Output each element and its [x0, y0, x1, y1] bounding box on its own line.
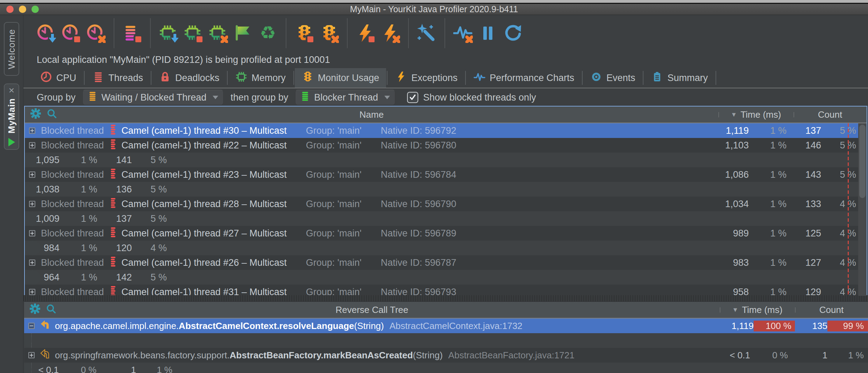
threads-stop-button[interactable]	[122, 23, 142, 43]
close-icon[interactable]: ×	[9, 87, 14, 94]
expand-plus-icon[interactable]	[29, 127, 35, 134]
pause-button[interactable]	[478, 23, 498, 43]
minimize-window-button[interactable]	[19, 6, 26, 13]
tab-memory[interactable]: Memory	[228, 68, 293, 88]
count-percent: 4 %	[821, 257, 858, 268]
count-value: 129	[794, 287, 821, 296]
pulse-clear-button[interactable]	[453, 23, 473, 43]
checkbox-check-icon[interactable]	[407, 92, 418, 103]
time-percent: 0 %	[59, 365, 104, 373]
count-value: 125	[794, 228, 821, 239]
thread-kind: Blocked thread	[41, 257, 104, 268]
expand-plus-icon[interactable]	[29, 142, 35, 148]
clock-clear-button[interactable]	[86, 23, 106, 43]
gc-button[interactable]: ♻	[258, 23, 278, 43]
count-value: 141	[104, 155, 132, 166]
expand-plus-icon[interactable]	[29, 230, 35, 236]
traffic-clear-button[interactable]	[319, 23, 339, 43]
blocked-threads-panel: Name ▼Time (ms) Count Blocked thread Cam…	[24, 106, 867, 297]
scrollbar-thumb[interactable]	[859, 125, 866, 198]
column-header-time[interactable]: ▼Time (ms)	[718, 109, 794, 120]
panel-splitter[interactable]	[23, 295, 868, 301]
thread-row[interactable]: Blocked thread Camel (camel-1) thread #2…	[25, 182, 41, 197]
thread-row[interactable]: Blocked thread Camel (camel-1) thread #2…	[25, 211, 41, 226]
expand-plus-icon[interactable]	[29, 171, 35, 178]
close-window-button[interactable]	[6, 6, 14, 13]
thread-row[interactable]: Blocked thread Camel (camel-1) thread #2…	[25, 167, 867, 182]
thread-row[interactable]: Blocked thread Camel (camel-1) thread #2…	[25, 138, 867, 153]
tab-summary[interactable]: Summary	[644, 68, 715, 88]
tab-exceptions[interactable]: Exceptions	[388, 68, 464, 88]
tab-cpu[interactable]: CPU	[33, 68, 83, 88]
toolbar-separator	[150, 18, 151, 48]
bolt-stop-button[interactable]	[355, 23, 376, 43]
clipboard-icon	[651, 71, 663, 85]
search-icon[interactable]	[46, 303, 56, 316]
thread-row[interactable]: Blocked thread Camel (camel-1) thread #1…	[25, 270, 41, 285]
zoom-window-button[interactable]	[31, 6, 39, 13]
search-icon[interactable]	[47, 108, 57, 121]
expand-plus-icon[interactable]	[28, 352, 35, 358]
thread-name: Camel (camel-1) thread #26 – Multicast	[121, 257, 287, 268]
column-header-count[interactable]: Count	[794, 109, 867, 120]
thread-group: Group: 'main'	[306, 169, 362, 180]
tab-label: Monitor Usage	[318, 73, 379, 83]
call-tree-row[interactable]: org.springframework.beans.factory.suppor…	[24, 363, 31, 373]
clock-stop-button[interactable]	[61, 23, 81, 43]
count-value: 142	[104, 272, 132, 283]
expand-plus-icon[interactable]	[29, 289, 35, 295]
call-tree-row[interactable]: org.springframework.beans.factory.suppor…	[24, 348, 868, 363]
chip-clear-button[interactable]	[208, 23, 228, 43]
group-by-dropdown[interactable]: Waiting / Blocked Thread	[83, 90, 223, 105]
wand-button[interactable]	[417, 23, 437, 43]
time-percent: 100 %	[754, 321, 795, 331]
traffic-stop-button[interactable]	[294, 23, 314, 43]
chip-start-button[interactable]	[158, 23, 179, 43]
expand-plus-icon[interactable]	[29, 259, 35, 266]
flag-button[interactable]	[233, 23, 253, 43]
thread-bars-icon	[109, 227, 121, 240]
yourkit-window: MyMain - YourKit Java Profiler 2020.9-b4…	[0, 0, 868, 373]
chip-stop-button[interactable]	[183, 23, 204, 43]
rail-tab-welcome[interactable]: Welcome	[4, 22, 19, 76]
group-bar: Group by Waiting / Blocked Thread then g…	[23, 88, 868, 107]
count-percent: 4 %	[132, 243, 169, 254]
view-tabs: CPUThreadsDeadlocksMemoryMonitor UsageEx…	[23, 68, 868, 88]
thread-native-id: Native ID: 596784	[381, 169, 456, 180]
vertical-scrollbar[interactable]	[858, 123, 867, 296]
tab-deadlocks[interactable]: Deadlocks	[152, 68, 226, 88]
then-group-by-dropdown[interactable]: Blocker Thread	[295, 90, 395, 105]
count-value: 133	[794, 199, 821, 210]
thread-row[interactable]: Blocked thread Camel (camel-1) thread #2…	[25, 255, 867, 270]
clock-start-button[interactable]	[36, 23, 56, 43]
settings-gear-icon[interactable]	[30, 108, 41, 121]
call-tree-row[interactable]: org.apache.camel.impl.engine.AbstractCam…	[24, 319, 868, 333]
tab-events[interactable]: Events	[583, 68, 642, 88]
titlebar[interactable]: MyMain - YourKit Java Profiler 2020.9-b4…	[0, 4, 868, 15]
call-tree-row[interactable]: org.apache.camel.support.builder.Express…	[24, 333, 31, 348]
source-location: AbstractCamelContext.java:1732	[390, 321, 522, 331]
call-tree-header: Reverse Call Tree ▼Time (ms) Count	[24, 302, 868, 319]
thread-row[interactable]: Blocked thread Camel (camel-1) thread #2…	[25, 197, 867, 211]
show-blocked-threads-checkbox[interactable]: Show blocked threads only	[407, 92, 536, 103]
thread-bars-icon	[109, 124, 121, 137]
thread-row[interactable]: Blocked thread Camel (camel-1) thread #2…	[25, 241, 41, 255]
expand-plus-icon[interactable]	[29, 201, 35, 207]
column-header-name[interactable]: Name	[25, 109, 718, 120]
column-header-time[interactable]: ▼Time (ms)	[720, 305, 795, 315]
tab-performance-charts[interactable]: Performance Charts	[467, 68, 581, 88]
bolt-clear-button[interactable]	[380, 23, 400, 43]
thread-row[interactable]: Blocked thread Camel (camel-1) thread #2…	[25, 153, 41, 167]
column-header-count[interactable]: Count	[795, 305, 868, 315]
thread-row[interactable]: Blocked thread Camel (camel-1) thread #2…	[25, 226, 867, 241]
rail-tab-mymain[interactable]: × MyMain	[4, 83, 19, 150]
count-value: 1	[104, 365, 136, 373]
tab-monitor-usage[interactable]: Monitor Usage	[295, 68, 386, 88]
tab-threads[interactable]: Threads	[85, 68, 150, 88]
count-value: 120	[104, 243, 132, 254]
expand-minus-icon[interactable]	[28, 323, 35, 329]
settings-gear-icon[interactable]	[30, 303, 40, 316]
thread-row[interactable]: Blocked thread Camel (camel-1) thread #3…	[25, 123, 867, 138]
refresh-button[interactable]	[503, 23, 523, 43]
thread-row[interactable]: Blocked thread Camel (camel-1) thread #3…	[25, 285, 867, 296]
